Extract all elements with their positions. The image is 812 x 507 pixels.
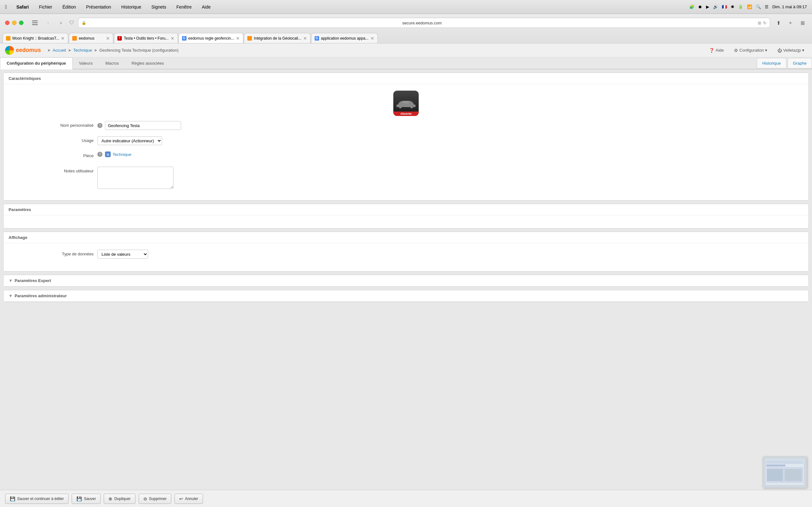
- piece-link[interactable]: ⊞ Technique: [105, 152, 131, 157]
- volume-icon: 🔊: [713, 4, 718, 9]
- app-content: eedomus ➤ Accueil ➤ Technique ➤ Geofenci…: [0, 43, 812, 507]
- label-notes: Notes utilisateur: [9, 167, 97, 173]
- action-bar: 💾 Sauver et continuer à éditer 💾 Sauver …: [0, 490, 812, 507]
- breadcrumb-accueil[interactable]: Accueil: [53, 48, 66, 53]
- graphe-button[interactable]: Graphe: [788, 58, 812, 68]
- section-admin-header[interactable]: ▼ Paramètres administrateur: [3, 290, 809, 302]
- new-tab-button[interactable]: ＋: [786, 18, 795, 27]
- tab-close-integration[interactable]: ✕: [303, 36, 307, 41]
- reader-icon[interactable]: ⊞: [758, 20, 761, 25]
- type-donnees-control-group: Liste de valeurs: [97, 250, 803, 259]
- sub-tabs: Configuration du périphérique Valeurs Ma…: [0, 57, 812, 69]
- label-type-donnees: Type de données: [9, 250, 97, 257]
- tab-geofencing[interactable]: G eedomus regle geofencin... ✕: [179, 33, 244, 43]
- usage-select[interactable]: Autre indicateur (Actionneur): [97, 136, 162, 145]
- nom-input[interactable]: [105, 121, 181, 130]
- delete-button[interactable]: ⊖ Supprimer: [139, 494, 171, 504]
- tab-eedomus[interactable]: eedomus ✕: [69, 33, 113, 43]
- expert-toggle-icon[interactable]: ▼: [9, 278, 13, 283]
- sidebar-toggle[interactable]: [30, 19, 40, 26]
- minimize-button[interactable]: [12, 20, 16, 25]
- notes-textarea[interactable]: [97, 167, 173, 189]
- tab-integration[interactable]: Intégration de la Géolocali... ✕: [244, 33, 310, 43]
- maximize-button[interactable]: [19, 20, 23, 25]
- close-button[interactable]: [5, 20, 9, 25]
- svg-rect-5: [785, 469, 802, 481]
- menu-fenetre[interactable]: Fenêtre: [174, 4, 194, 10]
- section-parametres-body: [3, 216, 809, 228]
- piece-help-icon[interactable]: ?: [97, 152, 102, 157]
- tab-favicon-application: G: [315, 36, 319, 41]
- tab-close-application[interactable]: ✕: [370, 36, 374, 41]
- bluetooth-icon: ✱: [731, 4, 734, 9]
- svg-rect-2: [766, 464, 785, 466]
- tab-tesla[interactable]: T Tesla • Outils tiers • Foru... ✕: [114, 33, 177, 43]
- preview-thumb-inner: [763, 457, 807, 488]
- section-caracteristiques-title: Caractéristiques: [9, 76, 41, 81]
- section-affichage: Affichage Type de données Liste de valeu…: [3, 232, 809, 272]
- tab-close-eedomus[interactable]: ✕: [106, 36, 110, 41]
- menu-historique[interactable]: Historique: [119, 4, 143, 10]
- car-image-wrapper: Absente: [9, 91, 803, 116]
- menu-fichier[interactable]: Fichier: [37, 4, 54, 10]
- piece-name[interactable]: Technique: [113, 152, 131, 157]
- section-parametres: Paramètres: [3, 204, 809, 228]
- section-expert-header[interactable]: ▼ Paramètres Expert: [3, 275, 809, 286]
- tab-title-integration: Intégration de la Géolocali...: [254, 36, 301, 41]
- menu-safari[interactable]: Safari: [14, 4, 31, 10]
- tab-close-tesla[interactable]: ✕: [171, 36, 174, 41]
- aide-button[interactable]: ❓ Aide: [706, 47, 726, 54]
- tab-configuration[interactable]: Configuration du périphérique: [0, 57, 72, 69]
- menu-signets[interactable]: Signets: [149, 4, 168, 10]
- menu-presentation[interactable]: Présentation: [84, 4, 113, 10]
- cancel-icon: ↩: [179, 496, 183, 501]
- address-bar[interactable]: 🔒 secure.eedomus.com ⊞ ↻: [78, 18, 770, 28]
- back-button[interactable]: ‹: [44, 18, 53, 27]
- tab-valeurs[interactable]: Valeurs: [72, 58, 99, 69]
- duplicate-button[interactable]: ⊕ Dupliquer: [104, 494, 135, 504]
- section-admin-title: Paramètres administrateur: [14, 293, 67, 298]
- menu-edition[interactable]: Édition: [61, 4, 78, 10]
- aide-label: Aide: [716, 48, 724, 53]
- tab-regles[interactable]: Règles associées: [125, 58, 170, 69]
- admin-toggle-icon[interactable]: ▼: [9, 293, 13, 298]
- search-icon[interactable]: 🔍: [756, 4, 761, 9]
- tab-moon[interactable]: Moon Knight :: BroadcasT... ✕: [3, 33, 68, 43]
- tab-application[interactable]: G application eedomus appa... ✕: [311, 33, 378, 43]
- forward-button[interactable]: ›: [56, 18, 65, 27]
- configuration-button[interactable]: ⚙ Configuration ▾: [731, 47, 770, 54]
- type-donnees-select[interactable]: Liste de valeurs: [97, 250, 148, 259]
- tab-overview-button[interactable]: ⊞: [798, 18, 807, 27]
- section-parametres-header: Paramètres: [3, 204, 809, 216]
- section-parametres-admin: ▼ Paramètres administrateur: [3, 290, 809, 302]
- battery-icon: 🔋: [738, 4, 743, 9]
- share-button[interactable]: ⬆: [774, 18, 783, 27]
- eedomus-logo: eedomus: [5, 46, 41, 55]
- nom-help-icon[interactable]: ?: [97, 123, 102, 128]
- section-affichage-body: Type de données Liste de valeurs: [3, 243, 809, 271]
- cancel-button[interactable]: ↩ Annuler: [174, 494, 203, 504]
- reload-icon[interactable]: ↻: [763, 20, 767, 25]
- nav-right: ❓ Aide ⚙ Configuration ▾ ⏻ Velletazjp ▾: [706, 47, 807, 54]
- section-parametres-expert: ▼ Paramètres Expert: [3, 275, 809, 287]
- save-button[interactable]: 💾 Sauver: [72, 494, 101, 504]
- tab-close-moon[interactable]: ✕: [61, 36, 65, 41]
- extensions-icon: 🧩: [689, 4, 694, 9]
- tab-right-group: Historique Graphe: [756, 58, 812, 68]
- url-display: secure.eedomus.com: [88, 20, 756, 25]
- save-continue-button[interactable]: 💾 Sauver et continuer à éditer: [5, 494, 68, 504]
- historique-button[interactable]: Historique: [757, 58, 786, 68]
- breadcrumb-technique[interactable]: Technique: [73, 48, 92, 53]
- piece-control-group: ? ⊞ Technique: [97, 152, 803, 157]
- tab-close-geofencing[interactable]: ✕: [236, 36, 240, 41]
- menu-aide[interactable]: Aide: [200, 4, 212, 10]
- control-center-icon[interactable]: ☰: [765, 4, 768, 9]
- cancel-label: Annuler: [185, 497, 198, 501]
- eedomus-nav: eedomus ➤ Accueil ➤ Technique ➤ Geofenci…: [0, 43, 812, 57]
- notes-control-group: [97, 167, 803, 189]
- tab-favicon-tesla: T: [117, 36, 122, 41]
- eedomus-logo-text: eedomus: [16, 47, 41, 54]
- user-button[interactable]: ⏻ Velletazjp ▾: [775, 47, 807, 54]
- tab-macros[interactable]: Macros: [99, 58, 125, 69]
- piece-room-icon: ⊞: [105, 152, 111, 157]
